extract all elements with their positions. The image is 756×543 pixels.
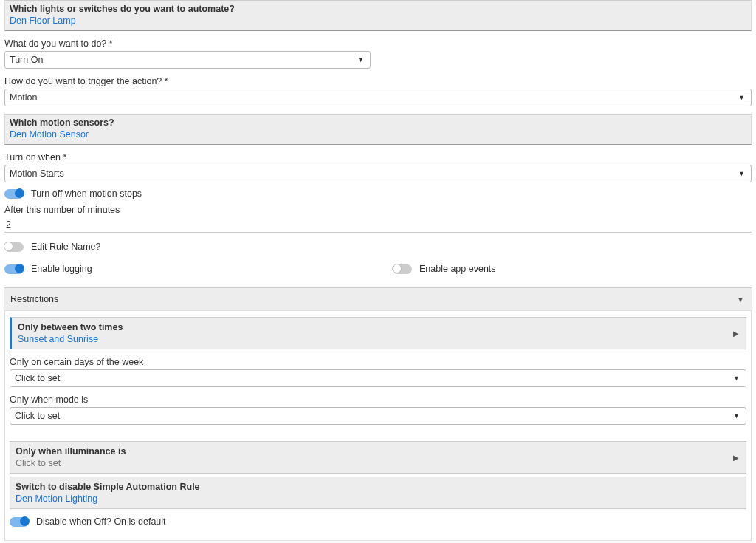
days-value: Click to set [15,373,60,383]
illuminance-row[interactable]: Only when illuminance is Click to set ▶ [10,441,746,474]
chevron-down-icon: ▼ [733,412,740,420]
enable-logging-label: Enable logging [31,264,92,274]
between-times-value: Sunset and Sunrise [18,334,740,344]
action-value: Turn On [10,55,43,65]
motion-sensor-selector[interactable]: Which motion sensors? Den Motion Sensor [4,114,752,145]
disable-when-off-label: Disable when Off? On is default [36,516,166,527]
disable-switch-title: Switch to disable Simple Automation Rule [16,482,740,492]
illuminance-value: Click to set [16,458,740,468]
between-times-row[interactable]: Only between two times Sunset and Sunris… [10,317,746,349]
days-label: Only on certain days of the week [10,357,746,367]
trigger-label: How do you want to trigger the action? * [4,76,752,86]
mode-select[interactable]: Click to set ▼ [10,407,746,425]
edit-rule-name-label: Edit Rule Name? [31,242,101,252]
disable-switch-value: Den Motion Lighting [16,494,740,504]
disable-when-off-toggle[interactable] [10,517,29,527]
enable-logging-toggle[interactable] [4,264,24,274]
mode-label: Only when mode is [10,395,746,405]
chevron-down-icon: ▼ [738,94,745,101]
restrictions-title: Restrictions [10,294,58,304]
restrictions-body: Only between two times Sunset and Sunris… [4,311,752,541]
turn-on-when-value: Motion Starts [10,168,64,179]
edit-rule-name-toggle[interactable] [4,242,24,252]
chevron-right-icon: ▶ [733,329,739,338]
between-times-title: Only between two times [18,322,740,332]
action-label: What do you want to do? * [4,38,752,49]
after-minutes-input[interactable]: 2 [4,217,752,233]
disable-switch-row[interactable]: Switch to disable Simple Automation Rule… [10,477,746,509]
illuminance-title: Only when illuminance is [16,446,740,457]
action-select[interactable]: Turn On ▼ [4,51,371,69]
trigger-select[interactable]: Motion ▼ [4,89,752,106]
trigger-value: Motion [10,92,38,103]
turn-off-motion-stops-toggle[interactable] [4,189,24,199]
lights-question: Which lights or switches do you want to … [10,4,746,14]
motion-sensor-value: Den Motion Sensor [10,129,746,140]
chevron-down-icon: ▼ [357,56,364,64]
chevron-down-icon: ▼ [738,170,745,177]
turn-on-when-select[interactable]: Motion Starts ▼ [4,165,752,182]
chevron-right-icon: ▶ [733,454,739,462]
chevron-down-icon: ▼ [737,296,744,304]
enable-app-events-label: Enable app events [419,264,496,274]
lights-value: Den Floor Lamp [10,16,746,26]
turn-off-motion-stops-label: Turn off when motion stops [31,188,142,199]
turn-on-when-label: Turn on when * [4,152,752,163]
days-select[interactable]: Click to set ▼ [10,369,746,387]
enable-app-events-toggle[interactable] [393,264,412,274]
lights-selector[interactable]: Which lights or switches do you want to … [4,0,752,31]
after-minutes-label: After this number of minutes [4,205,752,215]
chevron-down-icon: ▼ [733,375,740,382]
restrictions-header[interactable]: Restrictions ▼ [4,287,752,311]
motion-sensor-question: Which motion sensors? [10,117,746,128]
mode-value: Click to set [15,411,60,421]
